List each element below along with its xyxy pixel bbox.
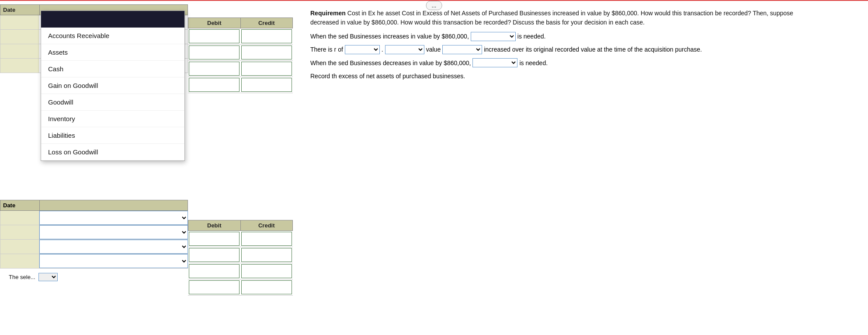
sentence-row-3: When the sed Businesses decreases in val… xyxy=(310,58,868,68)
sentence2-recognition-select[interactable]: recognition recording adjustment xyxy=(385,45,424,54)
bottom-account-4[interactable]: Accounts Receivable Assets Cash Gain on … xyxy=(39,254,188,268)
bottom-right-row-1 xyxy=(188,231,293,247)
footer-select[interactable]: Yes No xyxy=(38,273,58,281)
bottom-right-rows xyxy=(188,231,293,296)
bottom-debit-input-4[interactable] xyxy=(189,281,239,294)
sentence1-middle: sed Businesses increases in value by $86… xyxy=(338,31,469,41)
top-credit-input-3[interactable] xyxy=(242,62,292,75)
bottom-credit-cell-4[interactable] xyxy=(241,280,292,294)
dropdown-item-loss-on-goodwill[interactable]: Loss on Goodwill xyxy=(41,144,184,161)
top-debit-input-4[interactable] xyxy=(189,78,239,91)
bottom-left-table: Date Accounts Receivable Assets Cash xyxy=(0,200,188,269)
bottom-debit-input-3[interactable] xyxy=(189,265,239,278)
sentence-row-1: When the sed Businesses increases in val… xyxy=(310,31,868,41)
left-column: Date xyxy=(0,4,188,269)
sentence-row-2: There is r of no a an . recognition reco… xyxy=(310,45,868,54)
top-right-table-container: Debit Credit xyxy=(188,17,293,296)
top-table-date-header: Date xyxy=(0,5,40,15)
bottom-right-row-4 xyxy=(188,279,293,296)
bottom-debit-input-2[interactable] xyxy=(189,248,239,262)
sentence2-value-label: value xyxy=(426,45,441,54)
bottom-debit-cell-4[interactable] xyxy=(189,280,240,294)
sentence3-before: When the xyxy=(310,58,337,68)
bottom-credit-cell-3[interactable] xyxy=(241,264,292,278)
top-credit-cell-1[interactable] xyxy=(241,29,292,43)
bottom-right-row-2 xyxy=(188,247,293,263)
sentence3-middle: sed Businesses decreases in value by $86… xyxy=(338,58,471,68)
dropdown-item-goodwill[interactable]: Goodwill xyxy=(41,94,184,111)
bottom-debit-input-1[interactable] xyxy=(189,232,239,245)
dropdown-item-liabilities[interactable]: Liabilities xyxy=(41,127,184,144)
top-credit-cell-4[interactable] xyxy=(241,78,292,92)
sentence2-before: There is r xyxy=(310,45,336,54)
bottom-credit-input-1[interactable] xyxy=(242,232,292,245)
bottom-account-3[interactable]: Accounts Receivable Assets Cash Gain on … xyxy=(39,240,188,254)
bottom-credit-input-3[interactable] xyxy=(242,265,292,278)
top-debit-input-1[interactable] xyxy=(189,30,239,43)
bottom-table-date-header: Date xyxy=(0,200,40,210)
requirements-main-text: he asset Cost in Excess of Net Assets of… xyxy=(377,10,793,17)
bottom-date-2 xyxy=(0,225,39,239)
sentence1-entry-select[interactable]: No entry An entry A debit entry A credit… xyxy=(471,32,516,41)
bottom-credit-input-4[interactable] xyxy=(242,281,292,294)
top-credit-cell-2[interactable] xyxy=(241,45,292,59)
top-credit-cell-3[interactable] xyxy=(241,62,292,76)
top-right-row-2 xyxy=(188,45,293,61)
top-debit-input-2[interactable] xyxy=(189,46,239,59)
bottom-debit-cell-3[interactable] xyxy=(189,264,240,278)
requirements-cost-label: Cost in Ex xyxy=(347,10,375,17)
top-credit-input-4[interactable] xyxy=(242,78,292,91)
bottom-right-table-container: Debit Credit xyxy=(188,220,293,296)
sentence2-part1: of xyxy=(338,45,343,54)
top-credit-header: Credit xyxy=(241,18,293,28)
bottom-account-1[interactable]: Accounts Receivable Assets Cash Gain on … xyxy=(39,211,188,225)
top-credit-input-1[interactable] xyxy=(242,30,292,43)
top-debit-cell-1[interactable] xyxy=(189,29,240,43)
bottom-account-2[interactable]: Accounts Receivable Assets Cash Gain on … xyxy=(39,225,188,239)
top-credit-input-2[interactable] xyxy=(242,46,292,59)
sentence2-no-select[interactable]: no a an xyxy=(345,45,380,54)
dropdown-item-gain-on-goodwill[interactable]: Gain on Goodwill xyxy=(41,77,184,94)
top-right-row-3 xyxy=(188,61,293,77)
record-row: Record th excess of net assets of purcha… xyxy=(310,71,868,81)
requirements-label: Requiremen xyxy=(310,10,346,17)
sentence2-after: increased over its original recorded val… xyxy=(484,45,702,54)
top-debit-cell-3[interactable] xyxy=(189,62,240,76)
top-row2-date xyxy=(0,30,39,44)
bottom-credit-input-2[interactable] xyxy=(242,248,292,262)
bottom-table-account-header xyxy=(40,200,187,210)
bottom-date-4 xyxy=(0,254,39,268)
bottom-account-select-3[interactable]: Accounts Receivable Assets Cash Gain on … xyxy=(39,240,188,254)
bottom-row-4: Accounts Receivable Assets Cash Gain on … xyxy=(0,254,188,269)
dropdown-item-cash[interactable]: Cash xyxy=(41,61,184,77)
top-row4-date xyxy=(0,59,39,73)
sentence1-after: is needed. xyxy=(517,31,546,41)
bottom-right-header: Debit Credit xyxy=(188,220,293,231)
top-debit-cell-2[interactable] xyxy=(189,45,240,59)
bottom-credit-cell-2[interactable] xyxy=(241,248,292,262)
dropdown-item-accounts-receivable[interactable]: Accounts Receivable xyxy=(41,28,184,44)
record-label: Record th xyxy=(310,71,337,81)
dropdown-item-assets[interactable]: Assets xyxy=(41,44,184,61)
bottom-account-select-2[interactable]: Accounts Receivable Assets Cash Gain on … xyxy=(39,225,188,239)
bottom-row-1: Accounts Receivable Assets Cash Gain on … xyxy=(0,211,188,225)
account-dropdown-overlay: Accounts Receivable Assets Cash Gain on … xyxy=(41,10,185,161)
sentence3-entry-select[interactable]: No entry An entry A debit entry A credit… xyxy=(472,58,517,67)
dropdown-item-inventory[interactable]: Inventory xyxy=(41,111,184,127)
bottom-debit-cell-2[interactable] xyxy=(189,248,240,262)
bottom-debit-header: Debit xyxy=(188,220,241,230)
bottom-date-1 xyxy=(0,211,39,225)
top-debit-input-3[interactable] xyxy=(189,62,239,75)
bottom-table-header: Date xyxy=(0,200,188,211)
sentence3-after: is needed. xyxy=(519,58,548,68)
bottom-account-select-1[interactable]: Accounts Receivable Assets Cash Gain on … xyxy=(39,211,188,225)
layout-wrapper: Date xyxy=(0,4,868,269)
sentence2-value-select[interactable]: ▼ increased decreased unchanged xyxy=(442,45,482,54)
sentence1-before: When the xyxy=(310,31,337,41)
bottom-credit-cell-1[interactable] xyxy=(241,232,292,246)
bottom-debit-cell-1[interactable] xyxy=(189,232,240,246)
top-right-header: Debit Credit xyxy=(188,17,293,28)
bottom-account-select-4[interactable]: Accounts Receivable Assets Cash Gain on … xyxy=(39,254,188,268)
top-debit-header: Debit xyxy=(188,18,241,28)
top-debit-cell-4[interactable] xyxy=(189,78,240,92)
